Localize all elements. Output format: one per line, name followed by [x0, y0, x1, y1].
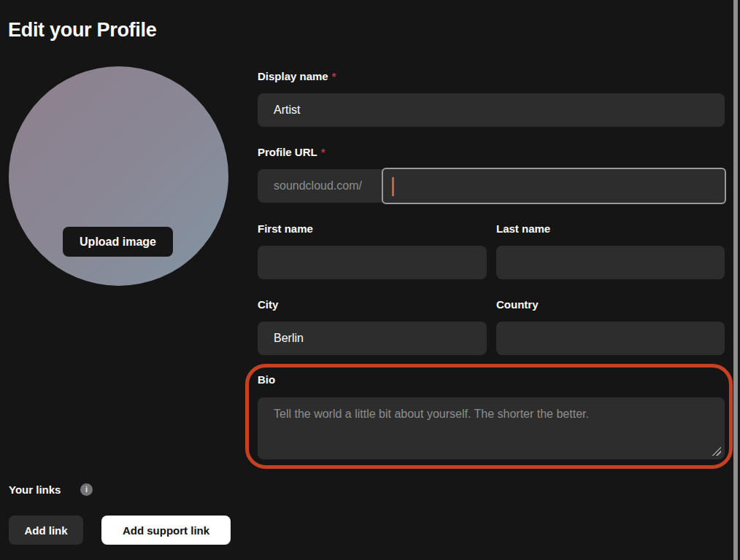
- profile-url-label: Profile URL*: [258, 146, 325, 159]
- add-support-link-button[interactable]: Add support link: [101, 516, 231, 545]
- text-cursor: [392, 177, 394, 196]
- required-asterisk: *: [321, 146, 325, 158]
- last-name-input[interactable]: [496, 246, 725, 279]
- display-name-label: Display name*: [258, 70, 336, 83]
- info-icon[interactable]: i: [80, 483, 93, 496]
- last-name-label: Last name: [496, 222, 550, 236]
- profile-url-input[interactable]: [382, 168, 726, 204]
- page-title: Edit your Profile: [8, 19, 156, 42]
- profile-url-field[interactable]: soundcloud.com/: [258, 169, 725, 203]
- display-name-input[interactable]: [258, 93, 725, 127]
- upload-image-button[interactable]: Upload image: [63, 227, 173, 257]
- first-name-label: First name: [258, 222, 313, 236]
- profile-url-prefix: soundcloud.com/: [274, 169, 362, 203]
- edit-profile-page: Edit your Profile Upload image Display n…: [0, 0, 740, 560]
- country-label: Country: [496, 298, 539, 311]
- city-label: City: [258, 298, 278, 311]
- bio-textarea[interactable]: [258, 397, 725, 459]
- add-link-button[interactable]: Add link: [9, 516, 83, 545]
- bio-label: Bio: [258, 373, 275, 386]
- city-input[interactable]: [258, 322, 487, 355]
- your-links-label: Your links: [9, 483, 61, 496]
- bio-field: [258, 397, 725, 459]
- resize-handle-icon[interactable]: [711, 446, 721, 456]
- country-input[interactable]: [496, 322, 725, 355]
- first-name-input[interactable]: [258, 246, 487, 279]
- scrollbar[interactable]: [733, 0, 738, 560]
- required-asterisk: *: [332, 70, 336, 82]
